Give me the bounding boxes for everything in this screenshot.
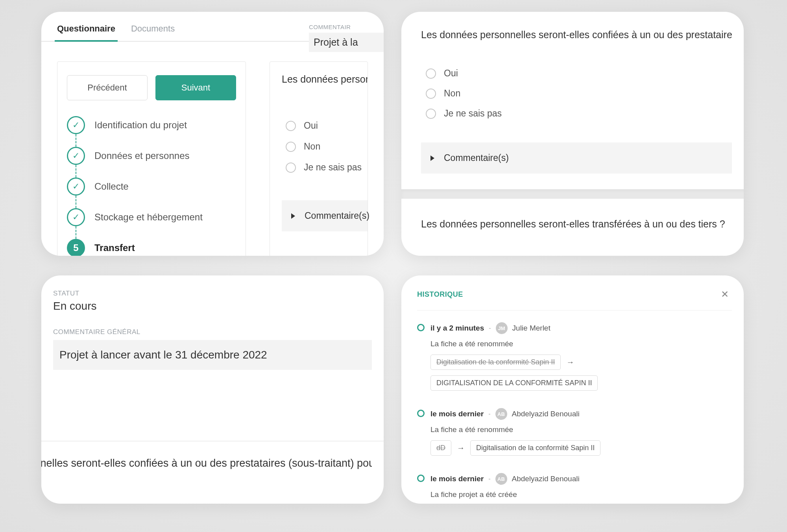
history-item: il y a 2 minutes - JM Julie Merlet La fi…: [417, 322, 732, 408]
comments-label: Commentaire(s): [444, 153, 509, 163]
comments-toggle[interactable]: Commentaire(s): [421, 142, 732, 174]
close-icon[interactable]: ✕: [718, 287, 732, 301]
history-item: le mois dernier - AB Abdelyazid Benouali…: [417, 473, 732, 504]
arrow-right-icon: →: [566, 358, 574, 367]
step-item[interactable]: ✓ Collecte: [67, 177, 236, 196]
old-value-chip: dD: [430, 440, 451, 456]
section-divider: [401, 189, 744, 199]
radio-group: Oui Non Je ne sais pas: [282, 120, 368, 173]
radio-label: Non: [304, 141, 320, 152]
previous-button[interactable]: Précédent: [67, 75, 148, 100]
step-item[interactable]: ✓ Données et personnes: [67, 147, 236, 165]
radio-option-no[interactable]: Non: [286, 141, 368, 152]
radio-label: Je ne sais pas: [304, 162, 362, 173]
radio-icon: [286, 142, 296, 152]
comments-toggle[interactable]: Commentaire(s): [282, 200, 368, 231]
radio-label: Oui: [444, 68, 458, 79]
step-label: Stockage et hébergement: [94, 212, 203, 223]
chevron-right-icon: [291, 213, 295, 219]
check-icon: ✓: [67, 177, 85, 196]
step-item[interactable]: ✓ Stockage et hébergement: [67, 208, 236, 226]
radio-group: Oui Non Je ne sais pas: [421, 68, 732, 119]
question-panel: Les données personnelles s Oui Non Je ne…: [270, 61, 368, 256]
history-item: le mois dernier - AB Abdelyazid Benouali…: [417, 408, 732, 473]
radio-icon: [426, 68, 436, 79]
history-user: Abdelyazid Benouali: [512, 410, 580, 418]
radio-icon: [426, 89, 436, 99]
question-text: Les données personnelles seront-elles tr…: [421, 218, 740, 230]
radio-option-unknown[interactable]: Je ne sais pas: [286, 162, 368, 173]
step-number: 5: [67, 239, 85, 256]
avatar: AB: [495, 408, 507, 420]
meta-separator: -: [489, 325, 491, 332]
radio-label: Oui: [304, 120, 318, 131]
meta-separator: -: [488, 475, 490, 482]
old-value-chip: Digitalisation de la conformité Sapin II: [430, 355, 561, 370]
step-label: Collecte: [94, 181, 129, 192]
new-value-chip: Digitalisation de la conformité Sapin II: [470, 440, 600, 456]
radio-option-yes[interactable]: Oui: [426, 68, 732, 79]
radio-icon: [286, 163, 296, 173]
meta-separator: -: [488, 410, 490, 417]
questionnaire-card: Questionnaire Documents COMMENTAIR Proje…: [41, 12, 384, 256]
radio-label: Non: [444, 88, 460, 99]
status-label: STATUT: [53, 290, 372, 297]
arrow-right-icon: →: [457, 443, 465, 453]
history-description: La fiche projet a été créée: [430, 490, 732, 499]
step-label: Transfert: [94, 242, 135, 253]
step-list: ✓ Identification du projet ✓ Données et …: [67, 116, 236, 256]
radio-option-unknown[interactable]: Je ne sais pas: [426, 108, 732, 119]
history-user: Julie Merlet: [512, 324, 551, 332]
chevron-right-icon: [430, 155, 434, 161]
question-text: Les données personnelles seront-elles co…: [421, 29, 732, 41]
general-comment-label: COMMENTAIRE GÉNÉRAL: [53, 328, 372, 336]
radio-icon: [426, 109, 436, 119]
check-icon: ✓: [67, 208, 85, 226]
comments-label: Commentaire(s): [305, 211, 369, 221]
avatar: AB: [495, 473, 507, 485]
general-comment-input[interactable]: [53, 340, 372, 370]
tab-questionnaire[interactable]: Questionnaire: [57, 24, 115, 41]
step-label: Identification du projet: [94, 120, 187, 131]
question-text: ersonnelles seront-elles confiées à un o…: [41, 457, 372, 469]
divider: [41, 441, 384, 441]
history-time: il y a 2 minutes: [430, 324, 484, 332]
history-title: HISTORIQUE: [417, 290, 463, 299]
step-item[interactable]: ✓ Identification du projet: [67, 116, 236, 134]
history-description: La fiche a été renommée: [430, 425, 732, 434]
questions-card: Les données personnelles seront-elles co…: [401, 12, 744, 256]
next-button[interactable]: Suivant: [155, 75, 236, 100]
history-user: Abdelyazid Benouali: [512, 475, 580, 483]
tab-documents[interactable]: Documents: [131, 24, 175, 41]
step-item-current[interactable]: 5 Transfert: [67, 239, 236, 256]
check-icon: ✓: [67, 147, 85, 165]
history-description: La fiche a été renommée: [430, 340, 732, 348]
radio-option-no[interactable]: Non: [426, 88, 732, 99]
status-value: En cours: [53, 300, 372, 312]
step-label: Données et personnes: [94, 150, 190, 161]
stepper-panel: Précédent Suivant ✓ Identification du pr…: [57, 61, 246, 256]
history-time: le mois dernier: [430, 475, 484, 483]
comment-preview-label: COMMENTAIR: [309, 24, 384, 30]
radio-label: Je ne sais pas: [444, 108, 502, 119]
radio-option-yes[interactable]: Oui: [286, 120, 368, 131]
history-list: il y a 2 minutes - JM Julie Merlet La fi…: [417, 310, 732, 504]
history-card: HISTORIQUE ✕ il y a 2 minutes - JM Julie…: [401, 275, 744, 504]
new-value-chip: DIGITALISATION DE LA CONFORMITÉ SAPIN II: [430, 375, 598, 391]
check-icon: ✓: [67, 116, 85, 134]
question-text: Les données personnelles s: [282, 74, 368, 85]
radio-icon: [286, 121, 296, 131]
avatar: JM: [496, 322, 508, 334]
status-card: STATUT En cours COMMENTAIRE GÉNÉRAL erso…: [41, 275, 384, 504]
history-time: le mois dernier: [430, 410, 484, 418]
